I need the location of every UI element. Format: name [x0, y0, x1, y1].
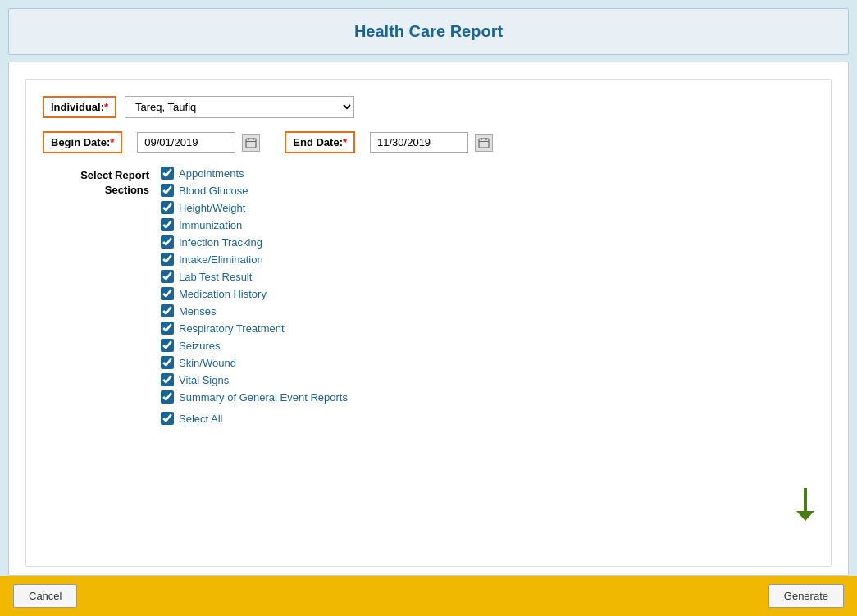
sections-label: Select ReportSections — [43, 167, 149, 198]
checkbox-label-skin[interactable]: Skin/Wound — [179, 357, 236, 369]
checkbox-resp[interactable] — [161, 322, 174, 335]
checkbox-med[interactable] — [161, 287, 174, 300]
begin-date-group: Begin Date:* — [43, 131, 260, 153]
checkbox-label-blood[interactable]: Blood Glucose — [179, 185, 248, 197]
checkbox-label-resp[interactable]: Respiratory Treatment — [179, 322, 285, 335]
svg-rect-0 — [246, 139, 256, 148]
select-all-checkbox[interactable] — [161, 412, 174, 425]
down-arrow-icon — [796, 488, 814, 521]
checkbox-appt[interactable] — [161, 167, 174, 180]
checkbox-label-med[interactable]: Medication History — [179, 288, 267, 300]
checkbox-skin[interactable] — [161, 356, 174, 369]
header-section: Health Care Report — [8, 8, 849, 55]
end-date-group: End Date:* — [285, 131, 493, 153]
checkbox-summary[interactable] — [161, 390, 174, 404]
checkbox-label-infection[interactable]: Infection Tracking — [179, 236, 262, 249]
checkbox-label-intake[interactable]: Intake/Elimination — [179, 253, 263, 266]
checkbox-item: Intake/Elimination — [161, 253, 348, 266]
checkbox-item: Appointments — [161, 167, 348, 180]
svg-rect-4 — [479, 139, 489, 148]
generate-button[interactable]: Generate — [768, 584, 844, 608]
individual-required: * — [104, 101, 108, 113]
checkbox-item: Respiratory Treatment — [161, 322, 348, 335]
checkbox-item: Height/Weight — [161, 201, 348, 214]
select-all-row: Select All — [161, 412, 814, 425]
checkbox-seizures[interactable] — [161, 339, 174, 352]
checkbox-item: Medication History — [161, 287, 348, 300]
end-date-required: * — [343, 136, 347, 148]
checkbox-lab[interactable] — [161, 270, 174, 283]
individual-row: Individual:* Tareq, Taufiq — [43, 96, 814, 118]
begin-date-calendar-icon[interactable] — [242, 134, 260, 152]
checkbox-label-appt[interactable]: Appointments — [179, 167, 244, 180]
begin-date-required: * — [110, 136, 114, 148]
checkbox-vital[interactable] — [161, 373, 174, 386]
checkbox-item: Vital Signs — [161, 373, 348, 386]
form-section: Individual:* Tareq, Taufiq Begin Date:* — [25, 79, 832, 567]
footer-bar: Cancel Generate — [0, 576, 857, 616]
checkbox-label-seizures[interactable]: Seizures — [179, 340, 221, 352]
checkbox-label-lab[interactable]: Lab Test Result — [179, 271, 252, 283]
checkbox-item: Lab Test Result — [161, 270, 348, 283]
checkbox-label-height[interactable]: Height/Weight — [179, 202, 245, 214]
page-title: Health Care Report — [354, 22, 503, 40]
main-content: Individual:* Tareq, Taufiq Begin Date:* — [8, 62, 849, 576]
checkbox-height[interactable] — [161, 201, 174, 214]
checkbox-item: Infection Tracking — [161, 235, 348, 249]
individual-label: Individual:* — [43, 96, 116, 118]
checkbox-label-menses[interactable]: Menses — [179, 305, 217, 317]
checkbox-item: Summary of General Event Reports — [161, 390, 348, 404]
checkboxes-list: AppointmentsBlood GlucoseHeight/WeightIm… — [161, 167, 348, 404]
checkbox-blood[interactable] — [161, 184, 174, 197]
dates-row: Begin Date:* End Date:* — [43, 131, 814, 153]
begin-date-label: Begin Date:* — [43, 131, 122, 153]
checkbox-label-immun[interactable]: Immunization — [179, 219, 242, 231]
end-date-input[interactable] — [370, 132, 468, 153]
page-wrapper: Health Care Report Individual:* Tareq, T… — [0, 0, 857, 616]
checkbox-label-vital[interactable]: Vital Signs — [179, 374, 229, 386]
checkbox-menses[interactable] — [161, 304, 174, 317]
checkbox-intake[interactable] — [161, 253, 174, 266]
checkbox-item: Immunization — [161, 218, 348, 231]
end-date-calendar-icon[interactable] — [475, 134, 493, 152]
begin-date-input[interactable] — [137, 132, 235, 153]
checkbox-item: Skin/Wound — [161, 356, 348, 369]
sections-area: Select ReportSections AppointmentsBlood … — [43, 167, 814, 404]
checkbox-infection[interactable] — [161, 235, 174, 249]
select-all-label[interactable]: Select All — [179, 413, 222, 425]
svg-marker-9 — [796, 511, 814, 521]
checkbox-item: Menses — [161, 304, 348, 317]
individual-select[interactable]: Tareq, Taufiq — [125, 96, 354, 118]
cancel-button[interactable]: Cancel — [13, 584, 77, 608]
checkbox-item: Seizures — [161, 339, 348, 352]
arrow-container — [796, 488, 814, 521]
checkbox-label-summary[interactable]: Summary of General Event Reports — [179, 391, 348, 404]
checkbox-item: Blood Glucose — [161, 184, 348, 197]
checkbox-immun[interactable] — [161, 218, 174, 231]
end-date-label: End Date:* — [285, 131, 355, 153]
